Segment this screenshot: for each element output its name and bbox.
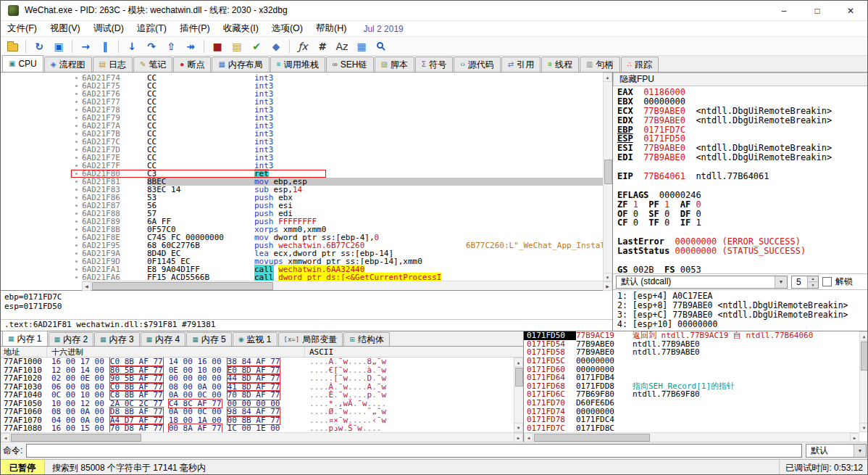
breakpoint-dot[interactable]: [75, 77, 78, 79]
breakpoint-dot[interactable]: [75, 220, 78, 223]
tab-references[interactable]: ⇄引用: [501, 57, 541, 72]
disasm-row[interactable]: 6AD21FA6FF15 ACD5566Bcall dword ptr ds:[…: [1, 273, 612, 281]
checksum-button[interactable]: ✔: [247, 38, 266, 54]
stack-horizontal-scrollbar[interactable]: [524, 432, 859, 442]
hide-fpu-button[interactable]: 隐藏FPU: [613, 73, 868, 86]
tab-handles[interactable]: ▥句柄: [580, 57, 619, 72]
breakpoint-dot[interactable]: [75, 212, 78, 215]
breakpoint-dot[interactable]: [75, 85, 78, 87]
tables-button[interactable]: ▦: [352, 38, 371, 54]
stack-row[interactable]: 0171FD6000000000: [524, 365, 859, 374]
stack-row[interactable]: 0171FD5877B9ABE0ntdll.77B9ABE0: [524, 348, 859, 357]
patch-button[interactable]: ◆: [267, 38, 285, 54]
tab-log[interactable]: ▤日志: [93, 57, 133, 72]
command-profile-select[interactable]: 默认: [806, 444, 867, 458]
tab-dump5[interactable]: ▦内存 5: [186, 332, 232, 346]
stack-row[interactable]: 0171FD7C0171FD8C: [524, 424, 859, 432]
breakpoint-dot[interactable]: [75, 133, 78, 135]
breakpoint-dot[interactable]: [75, 197, 78, 199]
breakpoint-dot[interactable]: [75, 117, 78, 119]
tab-graph[interactable]: ◈流程图: [44, 57, 92, 72]
scroll-left-arrow[interactable]: [82, 281, 91, 291]
tab-memory-map[interactable]: ▦内存布局: [212, 57, 269, 72]
menu-item-7[interactable]: 帮助(H): [309, 21, 353, 36]
chevron-down-icon[interactable]: [854, 445, 866, 457]
maximize-button[interactable]: □: [801, 1, 834, 20]
calling-convention-select[interactable]: 默认 (stdcall): [616, 276, 788, 289]
scrollbar-thumb[interactable]: [604, 160, 612, 184]
stack-vertical-scrollbar[interactable]: [859, 331, 868, 432]
tab-struct[interactable]: ⊞结构体: [343, 332, 390, 346]
scroll-up-arrow[interactable]: [514, 358, 523, 367]
scroll-up-arrow[interactable]: [603, 73, 612, 82]
tab-symbols[interactable]: Σ符号: [415, 57, 453, 72]
title-bar[interactable]: WeChat.exe - PID: 263C - 模块: wechatwin.d…: [1, 1, 867, 21]
register-line[interactable]: EIP 77B64061 ntdll.77B64061: [617, 172, 864, 181]
stack-row[interactable]: 0171FD5077B9AC19返回到 ntdll.77B9AC19 自 ntd…: [524, 331, 859, 340]
memory-row[interactable]: 77AF100016 00 17 00C0 8B AF 7714 00 16 0…: [1, 358, 514, 366]
run-button[interactable]: →: [76, 38, 95, 54]
menu-item-6[interactable]: 选项(O): [265, 21, 309, 36]
minimize-button[interactable]: –: [767, 1, 801, 20]
menu-item-0[interactable]: 文件(F): [1, 21, 43, 36]
scroll-down-arrow[interactable]: [514, 423, 523, 432]
font-case-button[interactable]: Az: [333, 38, 351, 54]
menu-item-3[interactable]: 追踪(T): [130, 21, 173, 36]
breakpoint-dot[interactable]: [75, 276, 78, 278]
tab-watch1[interactable]: ◉监视 1: [233, 332, 277, 346]
scroll-down-arrow[interactable]: [859, 423, 868, 432]
tab-cpu[interactable]: ▣CPU: [2, 55, 43, 72]
breakpoint-dot[interactable]: [75, 165, 78, 167]
tab-trace[interactable]: ∴跟踪: [621, 57, 659, 72]
restart-button[interactable]: ↻: [30, 38, 49, 54]
breakpoint-dot[interactable]: [75, 236, 78, 239]
scroll-up-arrow[interactable]: [859, 331, 868, 341]
memory-vertical-scrollbar[interactable]: [514, 358, 523, 432]
breakpoint-dot[interactable]: [75, 149, 78, 151]
breakpoint-dot[interactable]: [75, 125, 78, 127]
scrollbar-thumb[interactable]: [515, 368, 523, 387]
menu-item-4[interactable]: 插件(P): [173, 21, 217, 36]
breakpoint-dot[interactable]: [75, 205, 78, 207]
breakpoint-dot[interactable]: [75, 268, 78, 270]
tab-dump2[interactable]: ▦内存 2: [49, 332, 94, 346]
find-button[interactable]: [372, 38, 391, 54]
breakpoint-dot[interactable]: [75, 189, 78, 191]
scylla-button[interactable]: ■: [208, 38, 227, 54]
close-button[interactable]: ✕: [834, 1, 867, 20]
scroll-right-arrow[interactable]: [603, 281, 612, 291]
tab-seh[interactable]: ∞SEH链: [326, 57, 374, 72]
breakpoint-dot[interactable]: [75, 173, 78, 175]
memory-dump-pane[interactable]: 地址 十六进制 ASCII 77AF100016 00 17 00C0 8B A…: [1, 347, 523, 442]
chevron-down-icon[interactable]: [775, 276, 787, 288]
step-over-button[interactable]: ↷: [142, 38, 161, 54]
open-file-button[interactable]: [3, 38, 22, 54]
scrollbar-thumb[interactable]: [861, 342, 868, 371]
scrollbar-thumb[interactable]: [534, 434, 650, 442]
breakpoint-dot[interactable]: [75, 244, 78, 247]
memory-row[interactable]: 77AF106008 00 0A 00D8 8B AF 770A 00 0C 0…: [1, 408, 514, 416]
script-fx-button[interactable]: ƒx: [293, 38, 312, 54]
stack-pane[interactable]: 0171FD5077B9AC19返回到 ntdll.77B9AC19 自 ntd…: [524, 331, 868, 442]
breakpoint-dot[interactable]: [75, 109, 78, 111]
disasm-horizontal-scrollbar[interactable]: [82, 281, 612, 290]
argument-line[interactable]: 4: [esp+10] 00000000: [617, 320, 864, 329]
pause-button[interactable]: ‖: [96, 38, 114, 54]
breakpoint-dot[interactable]: [75, 260, 78, 263]
stack-row[interactable]: 0171FD6C77B69F80ntdll.77B69F80: [524, 390, 859, 399]
breakpoint-dot[interactable]: [75, 93, 78, 95]
spinner-down-icon[interactable]: [807, 281, 818, 288]
tab-dump1[interactable]: ▦内存 1: [2, 331, 48, 346]
breakpoint-dot[interactable]: [75, 141, 78, 143]
menu-item-5[interactable]: 收藏夹(I): [217, 21, 265, 36]
stack-row[interactable]: 0171FD7400000000: [524, 408, 859, 416]
tab-breakpoints[interactable]: ●断点: [173, 57, 211, 72]
scrollbar-thumb[interactable]: [92, 282, 273, 290]
spinner-up-icon[interactable]: [807, 276, 818, 282]
step-into-button[interactable]: ↓: [122, 38, 141, 54]
menu-item-1[interactable]: 视图(V): [43, 21, 87, 36]
stack-row[interactable]: 0171FD5C00000000: [524, 357, 859, 365]
disasm-vertical-scrollbar[interactable]: [603, 73, 612, 282]
patches-hash-button[interactable]: #: [313, 38, 332, 54]
breakpoint-dot[interactable]: [75, 101, 78, 103]
